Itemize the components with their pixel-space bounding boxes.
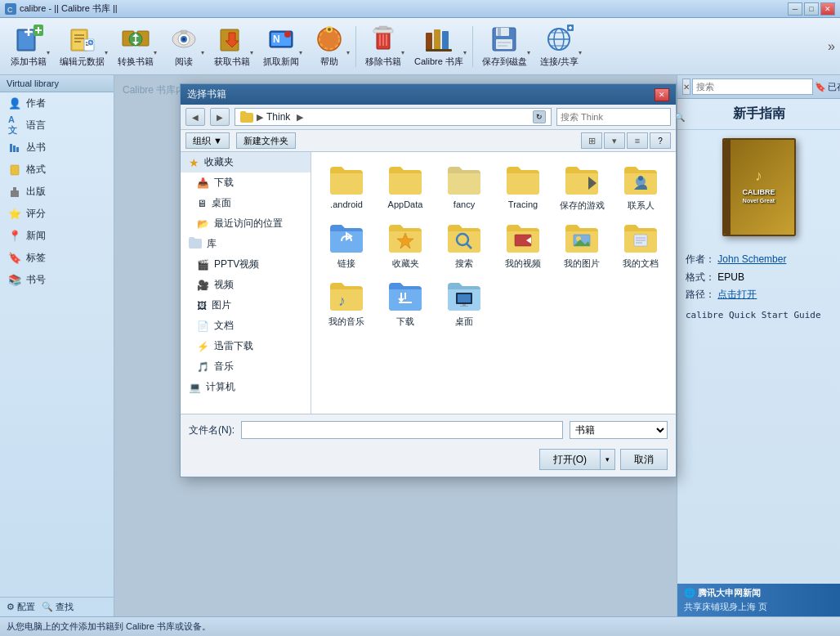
sidebar-download[interactable]: 📥 下载 (181, 172, 311, 193)
file-mydesktop[interactable]: 桌面 (436, 275, 493, 331)
bookmark-icon: 🔖 (815, 82, 826, 92)
open-button[interactable]: 打开(O) (539, 449, 601, 470)
saved-search-button[interactable]: 🔖 已存搜索 (815, 81, 840, 93)
file-android[interactable]: .android (318, 159, 375, 215)
minimize-button[interactable]: ─ (788, 2, 802, 16)
path-separator: ▶ (257, 112, 263, 123)
tracing-label: Tracing (508, 199, 538, 209)
sidebar-recent[interactable]: 📂 最近访问的位置 (181, 213, 311, 234)
view-dropdown-button[interactable]: ▾ (604, 132, 625, 149)
file-mydownload[interactable]: 下载 (377, 275, 434, 331)
sidebar-music[interactable]: 🎵 音乐 (181, 356, 311, 377)
folder-games-icon (564, 162, 600, 198)
read-button[interactable]: 阅读 ▾ (161, 21, 207, 72)
sidebar-desktop[interactable]: 🖥 桌面 (181, 193, 311, 213)
connect-dropdown[interactable]: ▾ (579, 49, 582, 56)
connect-button[interactable]: 连接/共享 ▾ (534, 21, 584, 72)
view-grid-button[interactable]: ⊞ (581, 132, 602, 149)
remove-dropdown[interactable]: ▾ (401, 49, 404, 56)
sidebar-item-series[interactable]: 丛书 (0, 137, 114, 159)
file-myimages[interactable]: 我的图片 (553, 217, 610, 273)
more-tools-button[interactable]: » (828, 39, 835, 54)
file-searches[interactable]: 搜索 (436, 217, 493, 273)
close-button[interactable]: ✕ (820, 2, 835, 16)
search-input[interactable] (692, 78, 813, 95)
clear-search-button[interactable]: ✕ (682, 78, 690, 95)
file-chooser-dialog: 选择书籍 ✕ ◀ ▶ ▶ Think ▶ ↻ (180, 83, 677, 477)
fetch-news-dropdown[interactable]: ▾ (299, 49, 302, 56)
sidebar-video[interactable]: 🎥 视频 (181, 275, 311, 295)
file-favorites2[interactable]: 收藏夹 (377, 217, 434, 273)
sidebar-item-news[interactable]: 📍 新闻 (0, 225, 114, 247)
config-button[interactable]: ⚙ 配置 (7, 601, 35, 613)
address-refresh-button[interactable]: ↻ (533, 110, 546, 123)
sidebar-thunder[interactable]: ⚡ 迅雷下载 (181, 336, 311, 356)
sidebar-library-section[interactable]: 库 (181, 234, 311, 254)
path-link[interactable]: 点击打开 (717, 289, 757, 300)
path-end-arrow: ▶ (297, 112, 303, 123)
sidebar-item-publisher[interactable]: 出版 (0, 181, 114, 203)
sidebar-item-bookno[interactable]: 📚 书号 (0, 269, 114, 291)
read-dropdown[interactable]: ▾ (201, 49, 204, 56)
edit-meta-dropdown[interactable]: ▾ (105, 49, 108, 56)
file-appdata[interactable]: AppData (377, 159, 434, 215)
save-disk-button[interactable]: 保存到磁盘 ▾ (476, 21, 533, 72)
new-folder-button[interactable]: 新建文件夹 (236, 132, 296, 149)
get-books-dropdown[interactable]: ▾ (250, 49, 253, 56)
organize-button[interactable]: 组织 ▼ (185, 132, 230, 149)
find-button[interactable]: 🔍 查找 (42, 601, 74, 613)
open-dropdown-button[interactable]: ▾ (601, 449, 615, 470)
file-contacts[interactable]: 联系人 (612, 159, 669, 215)
convert-dropdown[interactable]: ▾ (154, 49, 157, 56)
file-mydocs[interactable]: 我的文档 (612, 217, 669, 273)
dialog-buttons: 打开(O) ▾ 取消 (181, 446, 676, 477)
format-value: EPUB (717, 271, 744, 283)
svg-rect-27 (181, 30, 187, 34)
view-details-button[interactable]: ≡ (627, 132, 648, 149)
back-button[interactable]: ◀ (185, 108, 205, 126)
dialog-close-button[interactable]: ✕ (655, 88, 669, 101)
get-books-button[interactable]: 获取书籍 ▾ (208, 21, 256, 72)
save-disk-dropdown[interactable]: ▾ (527, 49, 530, 56)
folder-videos-icon (505, 220, 541, 256)
sidebar-documents[interactable]: 📄 文档 (181, 316, 311, 336)
forward-button[interactable]: ▶ (210, 108, 230, 126)
remove-button[interactable]: 移除书籍 ▾ (360, 21, 407, 72)
file-fancy[interactable]: fancy (436, 159, 493, 215)
fetch-news-button[interactable]: N 抓取新闻 ▾ (257, 21, 305, 72)
help-dropdown[interactable]: ▾ (346, 49, 350, 56)
add-book-dropdown[interactable]: ▾ (47, 49, 50, 56)
dialog-search-input[interactable] (561, 112, 673, 122)
sidebar-item-rating[interactable]: ⭐ 评分 (0, 203, 114, 225)
filetype-select[interactable]: 书籍 (570, 421, 668, 439)
sidebar-item-language[interactable]: A文 语言 (0, 114, 114, 137)
maximize-button[interactable]: □ (804, 2, 819, 16)
file-tracing[interactable]: Tracing (494, 159, 552, 215)
add-book-button[interactable]: 添加书籍 ▾ (5, 21, 52, 72)
library-dropdown[interactable]: ▾ (463, 49, 467, 56)
file-mymusic[interactable]: ♪ 我的音乐 (318, 275, 375, 331)
edit-meta-label: 编辑元数据 (60, 56, 105, 68)
publisher-icon (8, 186, 21, 199)
author-link[interactable]: John Schember (717, 253, 786, 265)
sidebar-pictures[interactable]: 🖼 图片 (181, 295, 311, 316)
convert-button[interactable]: 转换书籍 ▾ (112, 21, 159, 72)
library-button[interactable]: Calibre 书库 ▾ (409, 21, 469, 72)
filename-input[interactable] (241, 421, 563, 439)
sidebar-computer[interactable]: 💻 计算机 (181, 377, 311, 397)
sidebar-item-format[interactable]: 格式 (0, 159, 114, 181)
search-magnifier-icon: 🔍 (675, 113, 685, 122)
sidebar-item-author[interactable]: 👤 作者 (0, 92, 114, 114)
dialog-title-bar: 选择书籍 ✕ (181, 84, 676, 105)
sidebar-item-tags[interactable]: 🔖 标签 (0, 247, 114, 269)
virtual-library-header[interactable]: Virtual library (0, 75, 114, 92)
help-button[interactable]: 帮助 ▾ (306, 21, 352, 72)
sidebar-pptv[interactable]: 🎬 PPTV视频 (181, 254, 311, 275)
file-videos[interactable]: 我的视频 (494, 217, 552, 273)
sidebar-favorites[interactable]: ★ 收藏夹 (181, 152, 311, 172)
edit-meta-button[interactable]: 编辑元数据 ▾ (54, 21, 110, 72)
view-help-button[interactable]: ? (650, 132, 671, 149)
file-games[interactable]: 保存的游戏 (553, 159, 610, 215)
file-links[interactable]: 链接 (318, 217, 375, 273)
cancel-button[interactable]: 取消 (620, 449, 668, 470)
